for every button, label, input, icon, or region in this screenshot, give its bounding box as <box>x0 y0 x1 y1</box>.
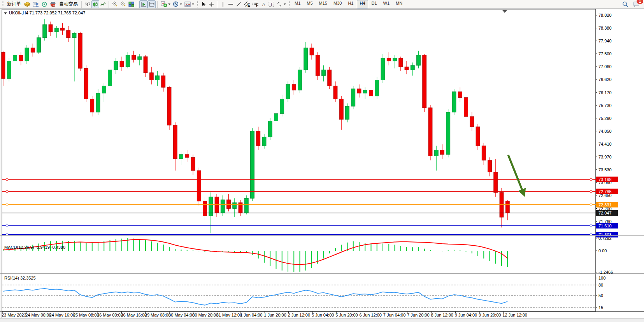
hline-handle[interactable] <box>590 225 592 227</box>
candle-body <box>381 58 385 80</box>
crosshair-tool-icon[interactable] <box>207 0 215 8</box>
candle-chart-type-icon[interactable] <box>91 0 99 8</box>
candle-body <box>405 67 409 70</box>
annotation-arrow[interactable] <box>508 155 524 194</box>
periods-clock-icon[interactable] <box>172 0 183 8</box>
candle-body <box>191 157 195 171</box>
search-icon[interactable] <box>621 0 630 8</box>
candle-body <box>458 92 462 98</box>
candle-body <box>37 38 41 53</box>
arrows-tool-icon[interactable] <box>275 0 287 8</box>
time-tick-label: 30 May 04:00 <box>168 313 195 317</box>
candle-body <box>328 70 332 86</box>
tf-button-mn[interactable]: MN <box>393 0 405 9</box>
tf-button-m5[interactable]: M5 <box>304 0 315 9</box>
signals-icon[interactable] <box>40 0 49 8</box>
candle-body <box>262 137 266 146</box>
candle-body <box>339 99 343 120</box>
chart-canvas[interactable]: 78.82078.38077.94077.50077.06076.62076.1… <box>0 9 644 318</box>
auto-scroll-icon[interactable] <box>139 0 147 8</box>
candle-body <box>256 131 260 146</box>
candle-body <box>102 86 106 93</box>
horizontal-line-tool-icon[interactable] <box>227 0 235 8</box>
hline-handle[interactable] <box>590 190 592 192</box>
market-depth-icon[interactable] <box>23 0 32 8</box>
candle-body <box>298 70 302 90</box>
price-tick-label: 78.820 <box>598 13 612 18</box>
autotrading-button[interactable]: 自动交易 <box>57 0 80 8</box>
candle-body <box>333 86 337 99</box>
candle-body <box>280 99 284 114</box>
time-tick-label: 2 Jun 12:00 <box>288 313 311 317</box>
tf-button-h1[interactable]: H1 <box>345 0 356 9</box>
candle-body <box>251 131 254 199</box>
chart-window[interactable]: 78.82078.38077.94077.50077.06076.62076.1… <box>0 9 644 318</box>
candle-body <box>156 76 160 80</box>
candle-body <box>399 58 403 67</box>
rsi-scale-label: 15 <box>598 305 603 310</box>
market-panel-icon[interactable] <box>32 0 40 8</box>
hline-handle[interactable] <box>590 204 592 206</box>
hline-handle[interactable] <box>6 204 8 206</box>
candle-body <box>96 93 100 112</box>
text-label-tool-icon[interactable]: T <box>267 0 275 8</box>
candle-body <box>446 112 450 155</box>
fibonacci-tool-icon[interactable]: F <box>251 0 260 8</box>
rsi-scale-label: 100 <box>598 276 605 280</box>
candle-body <box>173 125 177 159</box>
zoom-in-icon[interactable] <box>111 0 119 8</box>
tf-button-m1[interactable]: M1 <box>292 0 303 9</box>
vertical-line-tool-icon[interactable] <box>219 0 227 8</box>
time-tick-label: 7 Jun 20:00 <box>407 313 430 317</box>
candle-body <box>54 28 58 32</box>
chart-shift-icon[interactable] <box>147 0 156 8</box>
chart-title-bar[interactable]: UKOil-,H4 71.773 72.052 71.765 72.047 <box>4 11 85 15</box>
candle-body <box>114 61 118 70</box>
macd-scale-label: 0.7292 <box>598 236 612 241</box>
hline-handle[interactable] <box>6 190 8 192</box>
equidistant-channel-tool-icon[interactable]: E <box>242 0 251 8</box>
timeframe-toolbar: M1M5M15M30H1H4D1W1MN <box>291 0 405 9</box>
tf-button-w1[interactable]: W1 <box>381 0 393 9</box>
chart-shift-marker-icon[interactable] <box>502 10 507 13</box>
svg-text:A: A <box>262 2 265 7</box>
autotrading-icon[interactable] <box>49 0 57 8</box>
trendline-tool-icon[interactable] <box>235 0 242 8</box>
tile-windows-icon[interactable] <box>127 0 135 8</box>
candle-body <box>440 150 444 155</box>
zoom-out-icon[interactable] <box>119 0 127 8</box>
templates-icon[interactable] <box>183 0 195 8</box>
hline-handle[interactable] <box>6 178 8 180</box>
time-tick-label: 7 Jun 04:00 <box>383 313 406 317</box>
candle-body <box>434 150 438 156</box>
tf-button-m15[interactable]: M15 <box>316 0 330 9</box>
hline-handle[interactable] <box>590 178 592 180</box>
candle-body <box>197 171 201 201</box>
svg-text:T: T <box>270 2 273 6</box>
text-tool-icon[interactable]: A <box>260 0 267 8</box>
toolbar-grip[interactable] <box>2 1 4 7</box>
new-order-button[interactable]: 新订单 <box>5 0 23 8</box>
notifications-button[interactable]: 1 <box>632 0 641 8</box>
time-tick-label: 12 Jun 12:00 <box>502 313 527 317</box>
candle-body <box>78 33 82 69</box>
add-indicator-icon[interactable] <box>160 0 172 8</box>
time-tick-label: 31 May 12:00 <box>216 313 242 317</box>
price-badge-label: 72.331 <box>598 202 612 207</box>
candle-body <box>351 89 355 106</box>
candle-body <box>494 172 498 193</box>
macd-scale-label: 0.00 <box>598 248 607 253</box>
hline-handle[interactable] <box>6 225 8 227</box>
candle-body <box>464 98 468 117</box>
line-chart-type-icon[interactable] <box>99 0 107 8</box>
cursor-tool-icon[interactable] <box>200 0 207 8</box>
toolbar-grip[interactable] <box>197 1 198 7</box>
bar-chart-type-icon[interactable] <box>84 0 91 8</box>
tf-button-d1[interactable]: D1 <box>369 0 380 9</box>
chart-collapse-icon[interactable] <box>4 12 7 14</box>
toolbar-grip[interactable] <box>288 1 290 7</box>
tf-button-h4[interactable]: H4 <box>357 0 368 9</box>
tf-button-m30[interactable]: M30 <box>331 0 344 9</box>
window-left-border <box>2 9 2 318</box>
time-tick-label: 30 May 20:00 <box>192 313 218 317</box>
